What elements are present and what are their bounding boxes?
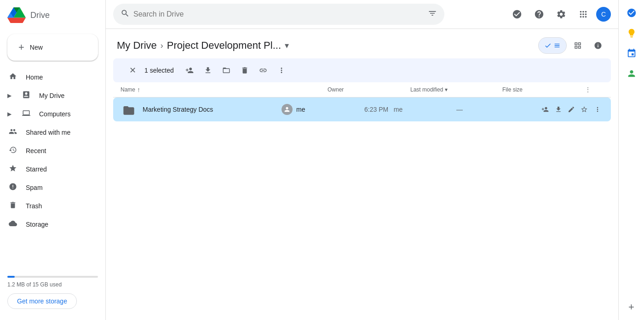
storage-section: 1.2 MB of 15 GB used Get more storage [0,269,105,316]
my-drive-icon [21,91,32,101]
grid-view-button[interactable] [569,36,587,55]
nav-item-spam[interactable]: Spam [0,178,98,197]
search-bar [113,4,444,25]
selection-count: 1 selected [144,67,174,74]
nav-item-computers[interactable]: ▶ Computers [0,105,98,123]
row-star-button[interactable] [578,102,590,117]
nav-item-home[interactable]: Home [0,68,98,86]
nav-label-spam: Spam [26,184,43,191]
storage-icon [7,219,18,230]
storage-bar-background [7,276,98,278]
selection-toolbar: ✕ 1 selected [113,58,611,82]
list-view-button[interactable] [538,37,567,54]
search-input[interactable] [133,10,424,18]
right-panel: + [618,0,644,320]
content-area: My Drive › Project Development Pl... ▾ [106,29,618,320]
nav-label-starred: Starred [26,166,47,173]
main-content: C My Drive › Project Development Pl... ▾ [106,0,618,320]
more-actions-button[interactable] [273,62,290,79]
row-more-button[interactable] [592,102,604,117]
help-button[interactable] [530,5,548,23]
nav-label-trash: Trash [26,202,42,210]
contacts-button[interactable] [622,64,641,83]
row-share-button[interactable] [539,102,551,117]
app-title: Drive [30,11,50,20]
file-size-value: — [456,106,463,113]
breadcrumb-separator: › [161,41,163,51]
nav-label-home: Home [26,74,43,81]
nav-item-storage[interactable]: Storage [0,215,98,234]
owner-name: me [296,106,305,113]
column-header-size: File size [502,86,585,93]
owner-cell: me [282,104,364,115]
topbar-actions: C [508,5,611,23]
nav-item-shared[interactable]: Shared with me [0,123,98,142]
calendar-button[interactable] [622,44,641,63]
storage-usage-text: 1.2 MB of 15 GB used [7,281,98,288]
breadcrumb-root[interactable]: My Drive [117,40,157,51]
column-header-name[interactable]: Name ↑ [121,86,328,93]
shared-icon [7,127,18,138]
deselect-button[interactable]: ✕ [124,62,141,79]
get-link-button[interactable] [255,62,271,79]
modified-cell: 6:23 PM me [364,106,456,113]
nav-label-storage: Storage [26,221,48,228]
nav-label-recent: Recent [26,147,46,154]
nav-item-starred[interactable]: Starred [0,160,98,178]
spam-icon [7,183,18,193]
get-more-storage-button[interactable]: Get more storage [7,293,77,309]
topbar: C [106,0,618,29]
nav-item-my-drive[interactable]: ▶ My Drive [0,86,98,105]
modified-by: me [394,106,402,113]
selection-actions [181,62,290,79]
view-controls [538,36,607,55]
add-app-button[interactable]: + [622,298,641,316]
file-name: Marketing Strategy Docs [143,106,282,113]
storage-bar-fill [7,276,15,278]
recent-icon [7,146,18,156]
nav-item-trash[interactable]: Trash [0,197,98,215]
file-list-header: Name ↑ Owner Last modified ▾ File size ⋮ [113,82,611,97]
row-actions [539,102,604,117]
search-icon [121,9,130,20]
column-header-modified[interactable]: Last modified ▾ [410,86,502,93]
avatar-button[interactable]: C [596,7,611,22]
breadcrumb: My Drive › Project Development Pl... ▾ [106,29,618,58]
size-cell: — [456,106,539,113]
starred-icon [7,164,18,175]
owner-avatar [282,104,293,115]
apps-button[interactable] [574,5,592,23]
share-selected-button[interactable] [181,62,198,79]
folder-icon [121,101,137,118]
new-button[interactable]: + New [7,34,98,61]
row-rename-button[interactable] [565,102,577,117]
breadcrumb-chevron-icon[interactable]: ▾ [285,40,289,51]
breadcrumb-current: Project Development Pl... [167,40,281,51]
keep-button[interactable] [622,24,641,42]
status-check-button[interactable] [508,5,526,23]
sort-modified-icon: ▾ [445,86,448,93]
delete-selected-button[interactable] [236,62,253,79]
modified-time: 6:23 PM [364,106,388,113]
download-selected-button[interactable] [200,62,216,79]
nav-label-my-drive: My Drive [39,92,64,99]
computers-expand-icon: ▶ [7,111,12,117]
tasks-button[interactable] [622,4,641,22]
plus-icon: + [18,41,24,53]
column-header-actions[interactable]: ⋮ [585,86,604,93]
trash-icon [7,201,18,211]
info-button[interactable] [589,36,607,55]
expand-arrow-icon: ▶ [7,92,12,99]
column-header-owner: Owner [328,86,410,93]
move-selected-button[interactable] [218,62,235,79]
nav-label-computers: Computers [39,110,70,118]
row-download-button[interactable] [552,102,564,117]
home-icon [7,72,18,83]
nav-label-shared: Shared with me [26,129,70,136]
nav-item-recent[interactable]: Recent [0,142,98,160]
table-row[interactable]: Marketing Strategy Docs me 6:23 PM me — [113,97,611,121]
settings-button[interactable] [552,5,570,23]
filter-icon[interactable] [428,9,437,20]
sidebar: Drive + New Home ▶ My Drive ▶ Computers … [0,0,106,320]
drive-logo-icon [7,7,26,23]
